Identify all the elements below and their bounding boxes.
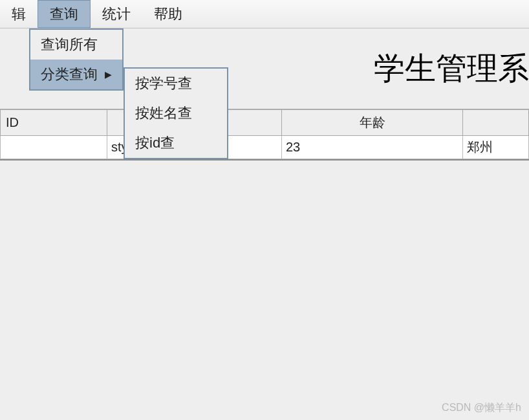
- table-container: ID 年龄 sty 23 郑州: [0, 109, 529, 418]
- submenu-by-name[interactable]: 按姓名查: [125, 98, 227, 128]
- dropdown-label: 查询所有: [41, 35, 98, 54]
- menu-query[interactable]: 查询: [38, 0, 91, 28]
- submenu-by-student-id[interactable]: 按学号查: [125, 69, 227, 98]
- table-empty-area: [0, 159, 529, 418]
- table-row[interactable]: sty 23 郑州: [1, 136, 529, 159]
- table-header-row: ID 年龄: [1, 110, 529, 136]
- dropdown-label: 分类查询: [41, 65, 98, 84]
- menu-edit[interactable]: 辑: [0, 0, 38, 28]
- menu-help[interactable]: 帮助: [142, 0, 194, 28]
- query-dropdown: 查询所有 分类查询 ▶: [29, 28, 124, 91]
- col-age[interactable]: 年龄: [282, 110, 463, 136]
- cell-age[interactable]: 23: [282, 136, 463, 159]
- dropdown-query-all[interactable]: 查询所有: [30, 30, 122, 60]
- category-submenu: 按学号查 按姓名查 按id查: [124, 67, 228, 159]
- col-id[interactable]: ID: [1, 110, 107, 136]
- submenu-arrow-icon: ▶: [105, 69, 112, 80]
- data-table: ID 年龄 sty 23 郑州: [0, 109, 529, 159]
- submenu-label: 按学号查: [135, 74, 192, 93]
- dropdown-category-query[interactable]: 分类查询 ▶: [30, 60, 122, 89]
- submenu-label: 按姓名查: [135, 104, 192, 123]
- menubar: 辑 查询 统计 帮助: [0, 0, 529, 28]
- menu-stats[interactable]: 统计: [91, 0, 142, 28]
- watermark: CSDN @懒羊羊h: [442, 401, 521, 415]
- submenu-label: 按id查: [135, 133, 175, 153]
- col-3[interactable]: [463, 110, 529, 136]
- submenu-by-id[interactable]: 按id查: [125, 128, 227, 158]
- cell-id[interactable]: [1, 136, 107, 159]
- cell-3[interactable]: 郑州: [463, 136, 529, 159]
